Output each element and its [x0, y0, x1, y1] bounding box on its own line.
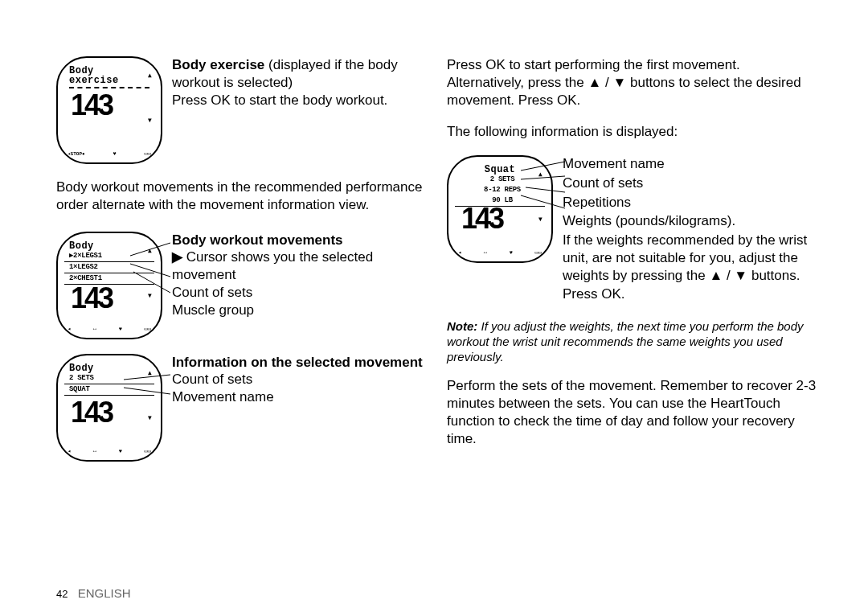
heart-icon: ♥ [113, 151, 116, 157]
cursor-glyph: ▶ [172, 249, 182, 265]
block-body-exercise: Body exercise ▴ ▾ 143 ◂STOP● ♥ ▭▭ Body e… [56, 56, 426, 164]
section-heading: Body workout movements [172, 232, 426, 249]
device-bottom-row: ◂STOP● ♥ ▭▭ [68, 151, 151, 157]
left-column: Body exercise ▴ ▾ 143 ◂STOP● ♥ ▭▭ Body e… [56, 56, 426, 570]
note-paragraph: Note: If you adjust the weights, the nex… [447, 319, 817, 364]
list-text: Cursor shows you the selected movement [172, 249, 373, 282]
list-item: Press OK. [563, 285, 817, 303]
perform-sets-para: Perform the sets of the movement. Rememb… [447, 377, 817, 447]
heart-icon: ♥ [119, 449, 122, 454]
device-line: 2 SETS [64, 375, 154, 384]
list-item: Count of sets [563, 175, 817, 192]
page-footer: 42 ENGLISH [56, 570, 820, 600]
block-selected-info: Body ▴ ▾ 2 SETS SQUAT 143 ◂ ↔ ♥ ▭▭ Infor… [56, 354, 426, 462]
device-line: ▶2×LEGS1 [64, 253, 154, 262]
list-item: ▶ Cursor shows you the selected movement [172, 248, 426, 284]
list-item: Repetitions [563, 194, 817, 211]
device-line: 2 SETS [455, 176, 545, 185]
list-item: Count of sets [172, 284, 426, 302]
alternate-paragraph: Body workout movements in the recommende… [56, 179, 426, 214]
device-title: Body [64, 241, 154, 251]
selected-description: Information on the selected movement Cou… [172, 354, 423, 462]
list-item: Movement name [172, 388, 423, 406]
up-arrow-icon: ▴ [147, 368, 153, 378]
up-arrow-icon: ▴ [147, 246, 153, 256]
squat-labels: Movement name Count of sets Repetitions … [563, 155, 817, 305]
device-title-line2: exercise [64, 76, 154, 85]
list-item: Movement name [563, 155, 817, 173]
down-arrow-icon: ▾ [147, 116, 153, 125]
device-heart-rate: 143 [64, 397, 154, 428]
device-bottom-row: ◂ ↔ ♥ ▭▭ [68, 449, 151, 454]
device-title: Squat [455, 165, 545, 175]
arrows-icon: ↔ [93, 326, 96, 332]
note-label: Note: [447, 319, 477, 333]
arrows-icon: ↔ [484, 250, 487, 256]
movements-description: Body workout movements ▶ Cursor shows yo… [172, 232, 426, 339]
device-bottom-row: ◂ ↔ ♥ ▭▭ [458, 250, 542, 256]
block-squat-info: Squat ▴ ▾ 2 SETS 8-12 REPS 90 LB 143 ◂ ↔… [447, 155, 817, 305]
box-icon: ▭▭ [145, 326, 151, 332]
arrows-icon: ↔ [93, 449, 96, 454]
list-item: Muscle group [172, 302, 426, 319]
device-heart-rate: 143 [64, 90, 154, 121]
up-arrow-icon: ▴ [147, 71, 153, 80]
box-icon: ▭▭ [535, 250, 542, 256]
device-title: Body [64, 363, 154, 373]
device-screen-selected: Body ▴ ▾ 2 SETS SQUAT 143 ◂ ↔ ♥ ▭▭ [56, 354, 162, 462]
page-number: 42 [56, 588, 68, 600]
two-column-layout: Body exercise ▴ ▾ 143 ◂STOP● ♥ ▭▭ Body e… [56, 56, 820, 570]
list-item: If the weights recommended by the wrist … [563, 232, 817, 284]
left-tri-icon: ◂ [68, 449, 71, 454]
block-body-movements: Body ▴ ▾ ▶2×LEGS1 1×LEGS2 2×CHEST1 143 ◂… [56, 232, 426, 339]
box-icon: ▭▭ [145, 449, 151, 454]
device-heart-rate: 143 [455, 203, 545, 234]
manual-page: Body exercise ▴ ▾ 143 ◂STOP● ♥ ▭▭ Body e… [0, 0, 868, 616]
device-line: SQUAT [64, 386, 154, 396]
press-ok-para: Press OK to start performing the first m… [447, 56, 817, 109]
down-arrow-icon: ▾ [147, 291, 153, 301]
info-displayed-para: The following information is displayed: [447, 123, 817, 141]
note-text: If you adjust the weights, the next time… [447, 319, 804, 363]
up-arrow-icon: ▴ [538, 170, 543, 179]
body-exercise-description: Body exercise (displayed if the body wor… [172, 56, 426, 164]
device-bottom-row: ◂ ↔ ♥ ▭▭ [68, 326, 151, 332]
device-line: 1×LEGS2 [64, 264, 154, 273]
device-heart-rate: 143 [64, 283, 154, 314]
right-column: Press OK to start performing the first m… [447, 56, 817, 570]
device-screen-squat: Squat ▴ ▾ 2 SETS 8-12 REPS 90 LB 143 ◂ ↔… [447, 155, 553, 263]
list-item: Weights (pounds/kilograms). [563, 212, 817, 230]
box-icon: ▭▭ [145, 151, 151, 157]
section-heading: Information on the selected movement [172, 354, 423, 372]
left-tri-icon: ◂ [68, 326, 71, 332]
down-arrow-icon: ▾ [538, 215, 543, 224]
device-line: 8-12 REPS [455, 187, 545, 195]
para-bold: Body exercise [172, 57, 264, 72]
device-screen-movements: Body ▴ ▾ ▶2×LEGS1 1×LEGS2 2×CHEST1 143 ◂… [56, 232, 162, 339]
list-item: Count of sets [172, 371, 423, 388]
left-tri-icon: ◂ [458, 250, 461, 256]
para-line2: Press OK to start the body workout. [172, 92, 387, 108]
para-line: Alternatively, press the ▲ / ▼ buttons t… [447, 75, 801, 108]
stop-label: ◂STOP● [68, 152, 85, 157]
para-line: Press OK to start performing the first m… [447, 57, 740, 72]
language-label: ENGLISH [78, 586, 131, 600]
heart-icon: ♥ [119, 326, 122, 332]
device-screen-body-exercise: Body exercise ▴ ▾ 143 ◂STOP● ♥ ▭▭ [56, 56, 162, 164]
down-arrow-icon: ▾ [147, 413, 153, 423]
heart-icon: ♥ [510, 250, 513, 256]
